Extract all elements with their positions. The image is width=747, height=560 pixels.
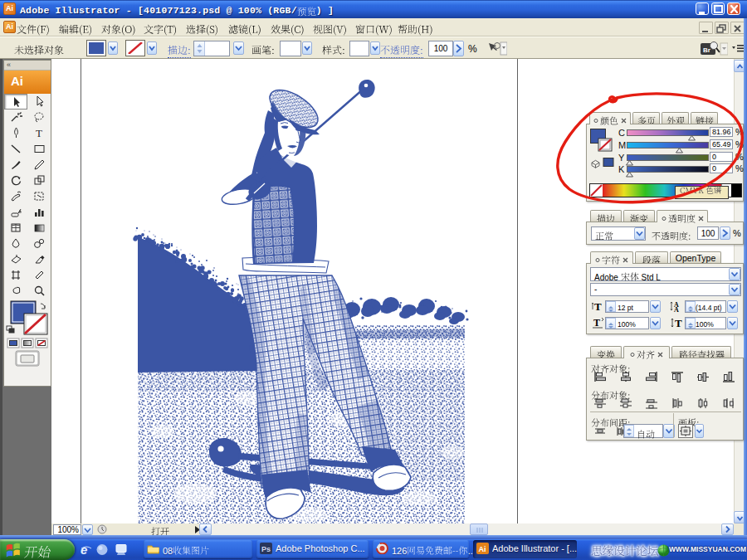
svg-text:Br: Br — [703, 46, 710, 54]
svg-text:T: T — [593, 317, 600, 329]
svg-text:T: T — [36, 127, 42, 139]
svg-text:e: e — [81, 543, 87, 557]
svg-text:T: T — [594, 300, 602, 312]
svg-text:Ai: Ai — [479, 545, 486, 553]
svg-text:T: T — [675, 317, 682, 329]
svg-text:A: A — [674, 306, 679, 312]
svg-text:Ps: Ps — [261, 545, 271, 553]
